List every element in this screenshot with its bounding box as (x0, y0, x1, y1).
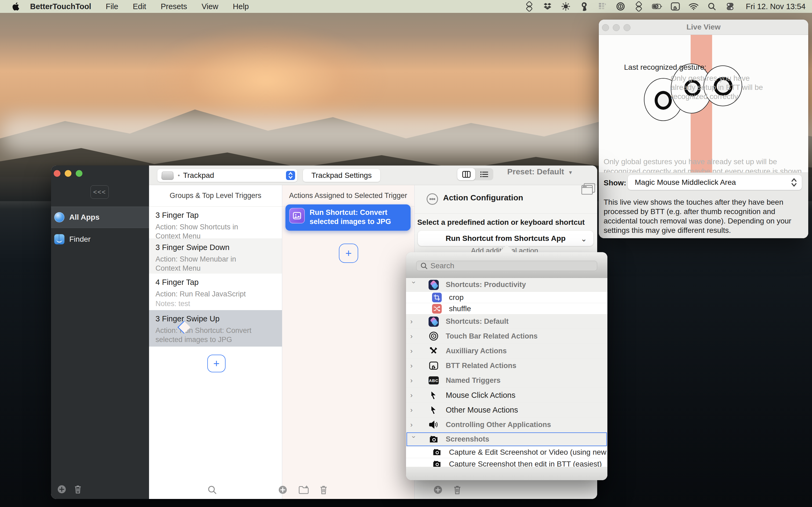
live-view-window: Last recognized gesture: ------ Only ges… (599, 19, 808, 238)
live-view-description: This live view shows the touches after t… (604, 198, 791, 235)
trigger-notes: Notes: test (155, 300, 282, 308)
battery-charging-icon[interactable] (652, 1, 662, 11)
last-gesture-label: Last recognized gesture: (624, 63, 706, 72)
menubar-clock[interactable]: Fri 12. Nov 13:54 (746, 2, 806, 11)
add-action-button[interactable]: + (339, 243, 358, 263)
sidebar-collapse-button[interactable]: <<< (91, 185, 109, 199)
trigger-row-3-finger-swipe-down[interactable]: 3 Finger Swipe Down Action: Show Menubar… (149, 239, 282, 274)
control-center-icon[interactable] (725, 1, 735, 11)
action-config-subtitle: Select a predefined action or keyboard s… (417, 218, 585, 227)
crop-icon (432, 293, 442, 302)
menu-bar: BetterTouchTool File Edit Presets View H… (0, 0, 812, 13)
device-selector[interactable]: • Trackpad (157, 169, 297, 182)
chevron-right-icon[interactable]: › (410, 332, 417, 340)
zoom-button[interactable] (76, 170, 83, 177)
window-traffic-lights (54, 170, 83, 177)
apple-menu-icon[interactable] (11, 2, 20, 10)
category-row-btt-related[interactable]: › BTT Related Actions (406, 358, 607, 373)
action-row-capture-screenshot-btt[interactable]: Capture Screenshot then edit in BTT (eas… (406, 458, 607, 467)
add-app-button[interactable] (57, 485, 66, 495)
category-row-mouse-click[interactable]: › Mouse Click Actions (406, 388, 607, 403)
preset-selector[interactable]: Preset: Default ▾ (507, 167, 572, 176)
btt-trackpad-icon[interactable] (670, 1, 680, 11)
category-row-controlling-apps[interactable]: › Controlling Other Applications (406, 417, 607, 432)
minimize-button[interactable] (65, 170, 71, 177)
brightness-icon[interactable] (561, 1, 571, 11)
search-placeholder: Search (430, 262, 454, 270)
action-chooser-popover: Search › Shortcuts: Productivity crop sh… (406, 252, 607, 480)
menubar-app-name[interactable]: BetterTouchTool (30, 2, 91, 11)
trigger-title: 3 Finger Swipe Up (155, 315, 282, 323)
chevron-right-icon[interactable]: › (410, 391, 417, 399)
sidebar-item-finder[interactable]: Finder (51, 229, 149, 250)
chevron-right-icon[interactable]: › (410, 317, 417, 326)
wifi-icon[interactable] (689, 1, 699, 11)
finder-icon (54, 234, 64, 244)
chevron-right-icon[interactable]: › (410, 347, 417, 355)
aldente-icon[interactable] (615, 1, 626, 11)
show-label: Show: (604, 179, 626, 187)
action-row-capture-edit-screenshot[interactable]: Capture & Edit Screenshot or Video (usin… (406, 447, 607, 458)
chevron-right-icon[interactable]: › (410, 420, 417, 429)
onepassword-icon[interactable] (579, 1, 589, 11)
menubar-presets[interactable]: Presets (161, 2, 187, 11)
trigger-row-4-finger-tap[interactable]: 4 Finger Tap Action: Run Real JavaScript… (149, 274, 282, 310)
columns-view-segment[interactable] (457, 168, 475, 180)
add-trigger-circle-button[interactable] (277, 485, 288, 495)
menubar-view[interactable]: View (202, 2, 218, 11)
search-input[interactable]: Search (416, 261, 597, 271)
triggers-column-header: Groups & Top Level Triggers (149, 185, 282, 206)
category-row-shortcuts-default[interactable]: › Shortcuts: Default (406, 315, 607, 329)
stacked-diamonds-icon[interactable] (524, 1, 535, 11)
popover-footer (406, 467, 607, 480)
menubar-help[interactable]: Help (233, 2, 249, 11)
category-row-screenshots[interactable]: › Screenshots (406, 432, 607, 447)
trackpad-settings-button[interactable]: Trackpad Settings (303, 169, 380, 182)
spotlight-search-icon[interactable] (707, 1, 717, 11)
sidebar-item-all-apps[interactable]: All Apps (51, 207, 149, 228)
stage-grid-icon[interactable] (597, 1, 607, 11)
dropbox-icon[interactable] (543, 1, 553, 11)
trigger-row-3-finger-tap[interactable]: 3 Finger Tap Action: Show Shortcuts in C… (149, 207, 282, 239)
select-stepper-icon (791, 178, 798, 189)
chevron-expanded-icon[interactable]: › (410, 436, 418, 443)
delete-action-button[interactable] (452, 485, 463, 495)
minimize-button[interactable] (613, 24, 620, 31)
add-trigger-button[interactable]: + (207, 355, 225, 372)
action-category-list: › Shortcuts: Productivity crop shuffle ›… (406, 278, 607, 467)
live-view-titlebar[interactable]: Live View (599, 19, 808, 35)
delete-trigger-button[interactable] (318, 485, 329, 495)
action-row-shuffle[interactable]: shuffle (406, 303, 607, 315)
chevron-right-icon[interactable]: › (410, 406, 417, 414)
add-action-circle-button[interactable] (433, 485, 443, 495)
config-dots-icon[interactable] (426, 193, 439, 206)
category-row-named-triggers[interactable]: › ABC Named Triggers (406, 373, 607, 388)
category-row-other-mouse[interactable]: › Other Mouse Actions (406, 403, 607, 417)
delete-app-button[interactable] (73, 485, 82, 495)
trigger-action: Action: Show Shortcuts in Context Menu (155, 222, 263, 241)
menubar-file[interactable]: File (106, 2, 118, 11)
category-row-touch-bar[interactable]: › Touch Bar Related Actions (406, 329, 607, 344)
stacked-diamonds-icon[interactable] (634, 1, 644, 11)
category-row-shortcuts-productivity[interactable]: › Shortcuts: Productivity (406, 278, 607, 292)
trigger-row-3-finger-swipe-up-selected[interactable]: 3 Finger Swipe Up Action: Run Shortcut: … (149, 310, 282, 347)
app-sidebar: <<< All Apps Finder (51, 166, 149, 499)
close-button[interactable] (54, 170, 60, 177)
show-mode-select[interactable]: Magic Mouse Middleclick Area (628, 175, 802, 190)
device-bullet: • (178, 172, 180, 179)
menubar-edit[interactable]: Edit (133, 2, 146, 11)
zoom-button[interactable] (623, 24, 630, 31)
search-triggers-icon[interactable] (207, 485, 217, 495)
detach-panel-icon[interactable] (580, 182, 596, 197)
category-row-auxilliary[interactable]: › Auxilliary Actions (406, 344, 607, 358)
camera-icon (428, 434, 439, 445)
chevron-right-icon[interactable]: › (410, 376, 417, 385)
add-group-folder-button[interactable] (298, 485, 309, 495)
close-button[interactable] (602, 24, 609, 31)
list-view-segment[interactable] (475, 168, 493, 180)
chevron-right-icon[interactable]: › (410, 361, 417, 370)
predefined-action-select[interactable]: Run Shortcut from Shortcuts App ⌄ (418, 231, 594, 246)
action-row-crop[interactable]: crop (406, 292, 607, 303)
sidebar-bottom-toolbar (51, 481, 149, 499)
chevron-expanded-icon[interactable]: › (410, 281, 418, 288)
